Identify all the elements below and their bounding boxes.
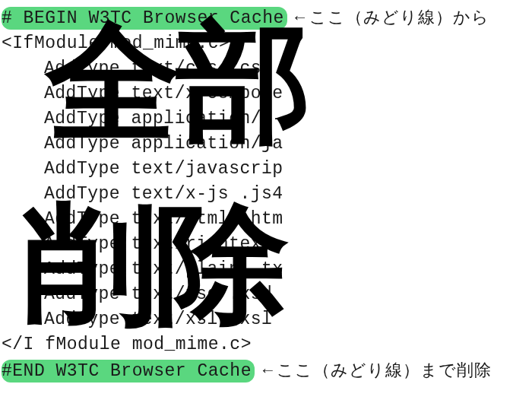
- screenshot-wrap: # BEGIN W3TC Browser Cache←ここ（みどり線）から <I…: [0, 0, 532, 400]
- overlay-text-bottom: 削除: [23, 179, 284, 353]
- end-marker-line: #END W3TC Browser Cache ←ここ（みどり線）まで削除: [2, 357, 532, 384]
- note-begin: ここ（みどり線）から: [309, 8, 489, 27]
- note-end: ここ（みどり線）まで削除: [277, 360, 492, 379]
- overlay-text-top: 全部: [46, 0, 307, 171]
- end-marker-text: #END W3TC Browser Cache: [2, 360, 255, 383]
- arrow-icon: ←: [255, 360, 277, 379]
